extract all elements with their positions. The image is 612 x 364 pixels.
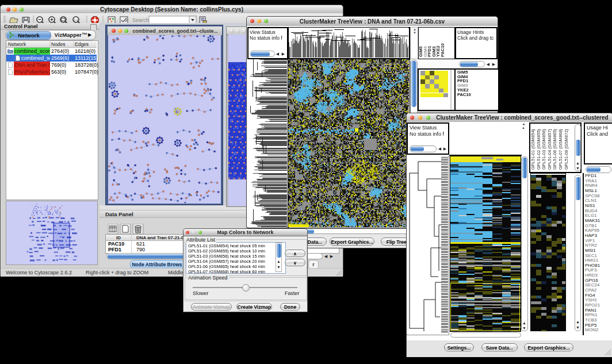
svg-text:1:1: 1:1 (74, 18, 78, 22)
svg-text:Search:: Search: (132, 17, 150, 23)
